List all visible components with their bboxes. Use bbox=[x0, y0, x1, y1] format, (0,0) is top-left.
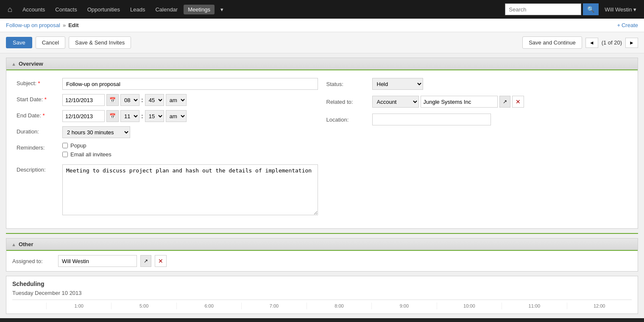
breadcrumb: Follow-up on proposal » Edit bbox=[6, 22, 79, 28]
end-ampm-select[interactable]: am pm bbox=[166, 110, 187, 122]
other-collapse-icon[interactable]: ▲ bbox=[11, 242, 16, 247]
breadcrumb-parent-link[interactable]: Follow-up on proposal bbox=[6, 22, 60, 28]
nav-accounts[interactable]: Accounts bbox=[18, 5, 49, 14]
search-area: 🔍 bbox=[505, 3, 599, 15]
overview-right-col: Status: Held Not Held Planned Related to… bbox=[322, 75, 632, 223]
reminders-field-value: Popup Email all invitees bbox=[62, 142, 318, 160]
scheduling-section: Scheduling Tuesday December 10 2013 1:00… bbox=[6, 276, 638, 314]
section-divider bbox=[6, 233, 638, 234]
popup-checkbox[interactable] bbox=[62, 143, 68, 148]
end-date-field-row: End Date: * 📅 11 : bbox=[17, 110, 318, 122]
top-navigation: ⌂ Accounts Contacts Opportunities Leads … bbox=[0, 0, 644, 19]
overview-header: ▲ Overview bbox=[6, 58, 638, 70]
start-date-field-value: 📅 08 : 45 am pm bbox=[62, 94, 318, 106]
status-select[interactable]: Held Not Held Planned bbox=[372, 78, 423, 90]
save-button[interactable]: Save bbox=[6, 37, 32, 48]
overview-left-col: Subject: * Start Date: * bbox=[12, 75, 322, 223]
assigned-row: Assigned to: ↗ ✕ bbox=[6, 251, 638, 271]
email-invitees-checkbox-row: Email all invitees bbox=[62, 151, 318, 158]
duration-label: Duration: bbox=[17, 126, 59, 135]
other-header: ▲ Other bbox=[6, 239, 638, 251]
start-date-input[interactable] bbox=[62, 94, 105, 106]
end-hour-select[interactable]: 11 bbox=[120, 110, 139, 122]
breadcrumb-bar: Follow-up on proposal » Edit + Create bbox=[0, 19, 644, 32]
description-field-row: Description: Meeting to discuss project … bbox=[17, 164, 318, 217]
location-input[interactable] bbox=[372, 114, 491, 125]
start-date-required: * bbox=[45, 96, 47, 103]
subject-input[interactable] bbox=[62, 78, 318, 90]
search-input[interactable] bbox=[505, 3, 581, 15]
nav-contacts[interactable]: Contacts bbox=[51, 5, 81, 14]
timeline-hour-10: 10:00 bbox=[437, 303, 502, 309]
action-toolbar: Save Cancel Save & Send Invites Save and… bbox=[0, 32, 644, 53]
breadcrumb-current: Edit bbox=[68, 22, 79, 28]
description-textarea[interactable]: Meeting to discuss project plan and hash… bbox=[62, 164, 318, 215]
pagination: ◄ (1 of 20) ► bbox=[585, 38, 638, 48]
assigned-clear-button[interactable]: ✕ bbox=[155, 255, 167, 267]
assigned-label: Assigned to: bbox=[12, 258, 55, 264]
location-label: Location: bbox=[326, 117, 369, 123]
subject-field-row: Subject: * bbox=[17, 78, 318, 90]
cancel-button[interactable]: Cancel bbox=[36, 36, 65, 49]
assigned-select-button[interactable]: ↗ bbox=[140, 255, 151, 267]
end-min-select[interactable]: 15 bbox=[145, 110, 164, 122]
related-value-input[interactable] bbox=[421, 96, 498, 108]
send-invites-button[interactable]: Save & Send Invites bbox=[69, 36, 131, 49]
timeline-label-area bbox=[12, 303, 46, 309]
nav-more[interactable]: ▾ bbox=[216, 5, 228, 14]
duration-select[interactable]: 2 hours 30 minutes bbox=[62, 126, 130, 138]
pag-next-button[interactable]: ► bbox=[625, 38, 638, 48]
save-continue-button[interactable]: Save and Continue bbox=[522, 36, 582, 49]
email-invitees-checkbox[interactable] bbox=[62, 152, 68, 157]
user-menu[interactable]: Will Westin ▾ bbox=[600, 6, 641, 13]
overview-panel: ▲ Overview Subject: * bbox=[6, 58, 638, 229]
scheduling-title: Scheduling bbox=[12, 280, 632, 287]
timeline-hour-5: 5:00 bbox=[111, 303, 176, 309]
create-label: Create bbox=[622, 22, 638, 28]
related-select-button[interactable]: ↗ bbox=[499, 96, 510, 108]
related-type-select[interactable]: Account Contact Lead bbox=[372, 96, 419, 108]
pag-prev-button[interactable]: ◄ bbox=[585, 38, 598, 48]
duration-field-row: Duration: 2 hours 30 minutes bbox=[17, 126, 318, 138]
description-field-value: Meeting to discuss project plan and hash… bbox=[62, 164, 318, 217]
start-date-label: Start Date: * bbox=[17, 94, 59, 103]
location-field-row: Location: bbox=[326, 114, 628, 125]
breadcrumb-separator: » bbox=[63, 22, 66, 28]
main-content: ▲ Overview Subject: * bbox=[0, 53, 644, 318]
end-date-input[interactable] bbox=[62, 110, 105, 122]
other-title: Other bbox=[19, 241, 33, 247]
scheduling-timeline: 1:00 5:00 6:00 7:00 8:00 9:00 10:00 11:0… bbox=[12, 300, 632, 309]
timeline-hour-6: 6:00 bbox=[176, 303, 241, 309]
assigned-input[interactable] bbox=[58, 255, 137, 267]
subject-field-value bbox=[62, 78, 318, 90]
popup-checkbox-row: Popup bbox=[62, 142, 318, 149]
start-date-calendar-icon[interactable]: 📅 bbox=[106, 94, 119, 106]
nav-meetings[interactable]: Meetings bbox=[184, 5, 215, 14]
end-time-separator: : bbox=[141, 113, 143, 119]
end-date-field-value: 📅 11 : 15 am pm bbox=[62, 110, 318, 122]
nav-calendar[interactable]: Calendar bbox=[151, 5, 182, 14]
start-ampm-select[interactable]: am pm bbox=[166, 94, 187, 106]
home-icon[interactable]: ⌂ bbox=[3, 5, 17, 14]
search-button[interactable]: 🔍 bbox=[583, 3, 599, 15]
create-link[interactable]: + Create bbox=[617, 22, 638, 28]
duration-field-value: 2 hours 30 minutes bbox=[62, 126, 318, 138]
overview-form-grid: Subject: * Start Date: * bbox=[12, 75, 632, 223]
start-min-select[interactable]: 45 bbox=[145, 94, 164, 106]
email-invitees-label: Email all invitees bbox=[70, 151, 112, 158]
end-date-label: End Date: * bbox=[17, 110, 59, 119]
subject-required: * bbox=[38, 80, 40, 86]
related-row: Account Contact Lead ↗ ✕ bbox=[372, 96, 524, 108]
reminders-label: Reminders: bbox=[17, 142, 59, 151]
nav-leads[interactable]: Leads bbox=[126, 5, 149, 14]
related-clear-button[interactable]: ✕ bbox=[512, 96, 524, 108]
footer: 🍬 SUGAR CRM Powered by SugarCRM Designed… bbox=[0, 318, 644, 322]
start-hour-select[interactable]: 08 bbox=[120, 94, 139, 106]
reminders-field-row: Reminders: Popup Email all invitees bbox=[17, 142, 318, 160]
nav-opportunities[interactable]: Opportunities bbox=[83, 5, 124, 14]
related-label: Related to: bbox=[326, 99, 369, 105]
end-date-calendar-icon[interactable]: 📅 bbox=[106, 110, 119, 122]
overview-collapse-icon[interactable]: ▲ bbox=[11, 61, 16, 67]
timeline-hour-12: 12:00 bbox=[567, 303, 632, 309]
timeline-hour-8: 8:00 bbox=[307, 303, 371, 309]
